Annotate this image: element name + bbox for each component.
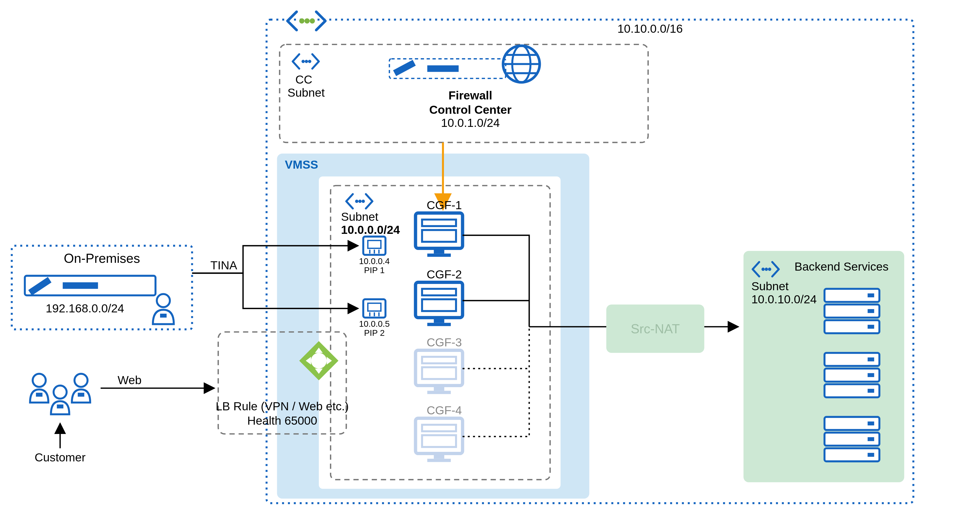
web-label: Web — [118, 374, 142, 387]
svg-point-2 — [310, 18, 315, 24]
server-rack-icon — [824, 289, 879, 461]
onprem-title: On-Premises — [64, 251, 140, 266]
diagram-canvas: 10.10.0.0/16 CC Subnet Firewall Control … — [0, 0, 980, 511]
svg-rect-55 — [57, 404, 64, 409]
svg-rect-25 — [427, 253, 451, 257]
firewall-appliance-icon — [389, 59, 506, 78]
svg-point-15 — [362, 200, 365, 203]
svg-point-56 — [311, 353, 327, 369]
svg-rect-69 — [867, 373, 874, 377]
svg-rect-44 — [434, 454, 444, 459]
svg-rect-45 — [427, 458, 451, 462]
svg-point-57 — [762, 267, 765, 271]
svg-rect-34 — [434, 318, 444, 323]
cgf-3-label: CGF-3 — [426, 336, 462, 349]
cc-title-1: Firewall — [449, 89, 492, 102]
svg-rect-53 — [78, 393, 84, 397]
customer-label: Customer — [35, 451, 86, 464]
backend-subnet-label: Subnet — [751, 280, 789, 293]
nat-label: Src-NAT — [631, 322, 680, 336]
svg-rect-67 — [867, 357, 874, 361]
svg-rect-40 — [427, 391, 451, 394]
subnet-icon — [293, 54, 319, 68]
svg-point-52 — [75, 374, 88, 387]
onprem-cidr: 192.168.0.0/24 — [46, 302, 124, 315]
lb-line-1: LB Rule (VPN / Web etc.) — [216, 400, 349, 413]
cgf-2-pip: PIP 2 — [364, 328, 385, 337]
svg-rect-73 — [867, 421, 874, 425]
svg-point-54 — [54, 386, 67, 399]
svg-rect-71 — [867, 389, 874, 393]
tina-label: TINA — [210, 259, 237, 272]
cc-cidr: 10.0.1.0/24 — [441, 116, 500, 129]
backend-title: Backend Services — [794, 260, 889, 273]
svg-point-1 — [304, 18, 310, 24]
svg-rect-39 — [434, 386, 444, 391]
firewall-appliance-icon — [25, 276, 156, 296]
cgf-2-ip: 10.0.0.5 — [359, 319, 390, 328]
svg-rect-7 — [427, 65, 459, 72]
svg-rect-75 — [867, 437, 874, 441]
svg-point-14 — [358, 200, 362, 203]
globe-icon — [503, 46, 539, 82]
user-icon — [153, 294, 173, 324]
vmss-subnet-label: Subnet — [341, 210, 378, 223]
svg-point-5 — [308, 60, 311, 63]
svg-rect-49 — [160, 314, 167, 318]
vmss-label: VMSS — [285, 158, 318, 171]
svg-rect-65 — [867, 325, 874, 329]
svg-point-50 — [33, 374, 46, 387]
svg-point-3 — [302, 60, 305, 63]
cgf-2-label: CGF-2 — [426, 268, 462, 281]
svg-rect-35 — [427, 323, 451, 326]
svg-point-58 — [765, 267, 768, 271]
backend-cidr: 10.0.10.0/24 — [751, 293, 817, 306]
lb-line-2: Health 65000 — [247, 414, 317, 427]
cc-subnet-label-1: CC — [295, 73, 312, 86]
svg-rect-24 — [434, 248, 444, 253]
svg-point-0 — [299, 18, 304, 24]
vmss-subnet-cidr: 10.0.0.0/24 — [341, 223, 400, 236]
svg-point-4 — [305, 60, 308, 63]
svg-rect-47 — [63, 282, 98, 289]
vnet-icon — [287, 12, 325, 30]
svg-rect-77 — [867, 453, 874, 457]
svg-point-13 — [355, 200, 358, 203]
ethernet-icon — [363, 299, 385, 318]
vnet-cidr: 10.10.0.0/16 — [617, 22, 683, 35]
cgf-1-ip: 10.0.0.4 — [359, 256, 390, 266]
svg-rect-61 — [867, 293, 874, 298]
ethernet-icon — [363, 237, 385, 255]
svg-rect-63 — [867, 309, 874, 313]
cc-subnet-label-2: Subnet — [287, 86, 325, 99]
svg-point-59 — [768, 267, 772, 271]
svg-point-48 — [157, 294, 170, 307]
svg-rect-51 — [36, 393, 43, 397]
cgf-1-pip: PIP 1 — [364, 265, 385, 275]
users-icon — [30, 374, 90, 414]
cgf-4-label: CGF-4 — [426, 404, 462, 417]
cc-title-2: Control Center — [430, 103, 512, 116]
cgf-1-label: CGF-1 — [426, 199, 462, 212]
